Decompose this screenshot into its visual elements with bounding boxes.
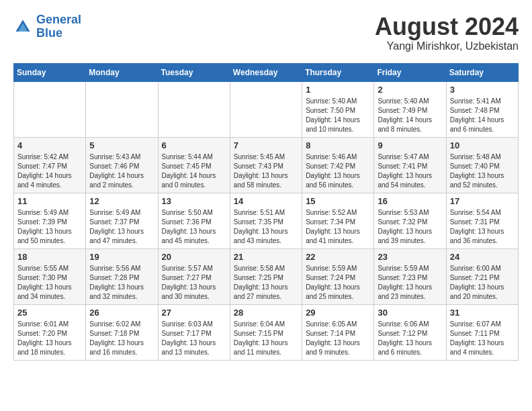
day-info: Sunrise: 5:50 AM Sunset: 7:36 PM Dayligh… (162, 208, 226, 246)
day-info: Sunrise: 6:04 AM Sunset: 7:15 PM Dayligh… (234, 320, 298, 357)
day-cell: 28Sunrise: 6:04 AM Sunset: 7:15 PM Dayli… (230, 304, 302, 360)
week-row-5: 25Sunrise: 6:01 AM Sunset: 7:20 PM Dayli… (14, 304, 519, 360)
month-year: August 2024 (375, 13, 519, 40)
day-info: Sunrise: 5:55 AM Sunset: 7:30 PM Dayligh… (17, 264, 82, 302)
day-number: 10 (450, 140, 515, 150)
day-number: 4 (17, 140, 82, 150)
weekday-header-monday: Monday (86, 63, 158, 81)
day-cell: 10Sunrise: 5:48 AM Sunset: 7:40 PM Dayli… (446, 137, 518, 193)
day-cell: 20Sunrise: 5:57 AM Sunset: 7:27 PM Dayli… (158, 248, 230, 304)
day-number: 22 (306, 252, 370, 262)
day-number: 2 (378, 85, 442, 95)
week-row-2: 4Sunrise: 5:42 AM Sunset: 7:47 PM Daylig… (14, 137, 519, 193)
weekday-header-wednesday: Wednesday (230, 63, 302, 81)
weekday-header-row: SundayMondayTuesdayWednesdayThursdayFrid… (14, 63, 519, 81)
day-cell: 3Sunrise: 5:41 AM Sunset: 7:48 PM Daylig… (446, 81, 518, 137)
logo-icon (13, 17, 32, 36)
week-row-3: 11Sunrise: 5:49 AM Sunset: 7:39 PM Dayli… (14, 193, 519, 248)
day-info: Sunrise: 5:44 AM Sunset: 7:45 PM Dayligh… (162, 152, 226, 190)
calendar-table: SundayMondayTuesdayWednesdayThursdayFrid… (13, 63, 519, 361)
day-number: 24 (450, 252, 515, 262)
day-number: 12 (89, 196, 154, 206)
day-info: Sunrise: 6:02 AM Sunset: 7:18 PM Dayligh… (89, 320, 154, 357)
day-cell: 8Sunrise: 5:46 AM Sunset: 7:42 PM Daylig… (302, 137, 374, 193)
day-cell: 18Sunrise: 5:55 AM Sunset: 7:30 PM Dayli… (14, 248, 86, 304)
weekday-header-thursday: Thursday (302, 63, 374, 81)
day-cell: 19Sunrise: 5:56 AM Sunset: 7:28 PM Dayli… (86, 248, 158, 304)
day-cell: 7Sunrise: 5:45 AM Sunset: 7:43 PM Daylig… (230, 137, 302, 193)
week-row-1: 1Sunrise: 5:40 AM Sunset: 7:50 PM Daylig… (14, 81, 519, 137)
day-number: 5 (89, 140, 154, 150)
day-cell: 21Sunrise: 5:58 AM Sunset: 7:25 PM Dayli… (230, 248, 302, 304)
day-info: Sunrise: 5:54 AM Sunset: 7:31 PM Dayligh… (450, 208, 515, 246)
day-number: 15 (306, 196, 370, 206)
day-info: Sunrise: 5:42 AM Sunset: 7:47 PM Dayligh… (17, 152, 82, 190)
day-cell: 31Sunrise: 6:07 AM Sunset: 7:11 PM Dayli… (446, 304, 518, 360)
day-cell: 14Sunrise: 5:51 AM Sunset: 7:35 PM Dayli… (230, 193, 302, 248)
day-number: 27 (162, 308, 226, 318)
day-cell: 2Sunrise: 5:40 AM Sunset: 7:49 PM Daylig… (374, 81, 446, 137)
logo-text: GeneralBlue (36, 13, 81, 40)
day-number: 13 (162, 196, 226, 206)
location: Yangi Mirishkor, Uzbekistan (375, 40, 519, 52)
day-number: 18 (17, 252, 82, 262)
day-cell (86, 81, 158, 137)
day-cell (158, 81, 230, 137)
day-cell: 4Sunrise: 5:42 AM Sunset: 7:47 PM Daylig… (14, 137, 86, 193)
day-info: Sunrise: 5:49 AM Sunset: 7:39 PM Dayligh… (17, 208, 82, 246)
day-cell: 16Sunrise: 5:53 AM Sunset: 7:32 PM Dayli… (374, 193, 446, 248)
day-number: 16 (378, 196, 442, 206)
day-number: 20 (162, 252, 226, 262)
day-number: 23 (378, 252, 442, 262)
day-info: Sunrise: 5:57 AM Sunset: 7:27 PM Dayligh… (162, 264, 226, 302)
day-info: Sunrise: 6:01 AM Sunset: 7:20 PM Dayligh… (17, 320, 82, 357)
day-info: Sunrise: 5:59 AM Sunset: 7:23 PM Dayligh… (378, 264, 442, 302)
day-info: Sunrise: 6:03 AM Sunset: 7:17 PM Dayligh… (162, 320, 226, 357)
day-info: Sunrise: 5:59 AM Sunset: 7:24 PM Dayligh… (306, 264, 370, 302)
day-cell: 17Sunrise: 5:54 AM Sunset: 7:31 PM Dayli… (446, 193, 518, 248)
day-cell: 13Sunrise: 5:50 AM Sunset: 7:36 PM Dayli… (158, 193, 230, 248)
day-cell: 23Sunrise: 5:59 AM Sunset: 7:23 PM Dayli… (374, 248, 446, 304)
day-info: Sunrise: 6:06 AM Sunset: 7:12 PM Dayligh… (378, 320, 442, 357)
day-info: Sunrise: 6:07 AM Sunset: 7:11 PM Dayligh… (450, 320, 515, 357)
day-number: 3 (450, 85, 515, 95)
title-block: August 2024 Yangi Mirishkor, Uzbekistan (375, 13, 519, 52)
day-cell: 9Sunrise: 5:47 AM Sunset: 7:41 PM Daylig… (374, 137, 446, 193)
day-cell: 24Sunrise: 6:00 AM Sunset: 7:21 PM Dayli… (446, 248, 518, 304)
logo: GeneralBlue (13, 13, 81, 40)
day-cell: 29Sunrise: 6:05 AM Sunset: 7:14 PM Dayli… (302, 304, 374, 360)
day-cell: 25Sunrise: 6:01 AM Sunset: 7:20 PM Dayli… (14, 304, 86, 360)
day-info: Sunrise: 5:40 AM Sunset: 7:50 PM Dayligh… (306, 97, 370, 134)
day-number: 9 (378, 140, 442, 150)
day-cell: 12Sunrise: 5:49 AM Sunset: 7:37 PM Dayli… (86, 193, 158, 248)
day-info: Sunrise: 5:52 AM Sunset: 7:34 PM Dayligh… (306, 208, 370, 246)
day-cell: 27Sunrise: 6:03 AM Sunset: 7:17 PM Dayli… (158, 304, 230, 360)
day-number: 28 (234, 308, 298, 318)
day-info: Sunrise: 6:05 AM Sunset: 7:14 PM Dayligh… (306, 320, 370, 357)
day-cell: 22Sunrise: 5:59 AM Sunset: 7:24 PM Dayli… (302, 248, 374, 304)
day-cell: 15Sunrise: 5:52 AM Sunset: 7:34 PM Dayli… (302, 193, 374, 248)
weekday-header-saturday: Saturday (446, 63, 518, 81)
weekday-header-sunday: Sunday (14, 63, 86, 81)
day-cell (14, 81, 86, 137)
day-number: 1 (306, 85, 370, 95)
day-number: 21 (234, 252, 298, 262)
day-number: 25 (17, 308, 82, 318)
day-number: 8 (306, 140, 370, 150)
day-cell: 30Sunrise: 6:06 AM Sunset: 7:12 PM Dayli… (374, 304, 446, 360)
day-info: Sunrise: 5:58 AM Sunset: 7:25 PM Dayligh… (234, 264, 298, 302)
day-number: 19 (89, 252, 154, 262)
weekday-header-friday: Friday (374, 63, 446, 81)
day-number: 31 (450, 308, 515, 318)
day-cell: 6Sunrise: 5:44 AM Sunset: 7:45 PM Daylig… (158, 137, 230, 193)
day-cell: 11Sunrise: 5:49 AM Sunset: 7:39 PM Dayli… (14, 193, 86, 248)
day-number: 30 (378, 308, 442, 318)
day-info: Sunrise: 5:49 AM Sunset: 7:37 PM Dayligh… (89, 208, 154, 246)
day-number: 14 (234, 196, 298, 206)
day-cell: 1Sunrise: 5:40 AM Sunset: 7:50 PM Daylig… (302, 81, 374, 137)
day-number: 11 (17, 196, 82, 206)
day-info: Sunrise: 6:00 AM Sunset: 7:21 PM Dayligh… (450, 264, 515, 302)
day-number: 7 (234, 140, 298, 150)
day-info: Sunrise: 5:43 AM Sunset: 7:46 PM Dayligh… (89, 152, 154, 190)
day-info: Sunrise: 5:56 AM Sunset: 7:28 PM Dayligh… (89, 264, 154, 302)
